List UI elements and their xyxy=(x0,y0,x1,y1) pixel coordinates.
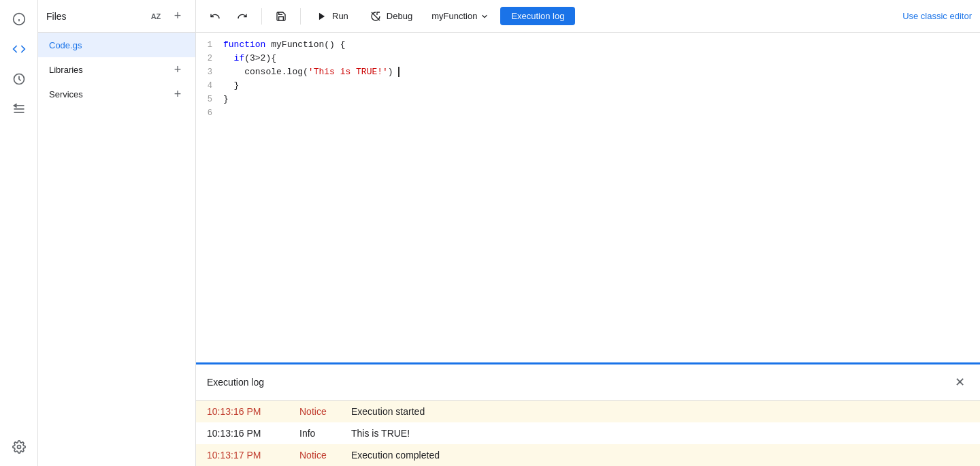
add-file-button[interactable]: + xyxy=(168,7,187,26)
redo-button[interactable] xyxy=(231,7,253,26)
log-message-1: This is TRUE! xyxy=(351,428,410,439)
file-item-label: Code.gs xyxy=(49,40,82,50)
line-content-2: if(3>2){ xyxy=(223,52,980,65)
line-num-2: 2 xyxy=(196,52,223,65)
exec-log-title: Execution log xyxy=(207,377,264,388)
log-entries: 10:13:16 PM Notice Execution started 10:… xyxy=(196,401,980,466)
add-library-button[interactable]: + xyxy=(168,60,187,79)
file-panel-actions: AZ + xyxy=(146,7,187,26)
line-num-3: 3 xyxy=(196,65,223,79)
code-line-5: 5 } xyxy=(196,93,980,106)
code-line-1: 1 function myFunction() { xyxy=(196,38,980,52)
exec-log-close-button[interactable]: ✕ xyxy=(950,373,969,392)
line-content-3: console.log('This is TRUE!') xyxy=(223,65,980,79)
toolbar: Run Debug myFunction Execution log Use c… xyxy=(196,0,980,33)
log-timestamp-2: 10:13:17 PM xyxy=(207,450,289,461)
execution-log-button[interactable]: Execution log xyxy=(500,7,575,25)
executions-icon-btn[interactable] xyxy=(5,95,33,123)
file-item-code-gs[interactable]: Code.gs xyxy=(38,33,195,57)
line-content-4: } xyxy=(223,79,980,93)
function-selector[interactable]: myFunction xyxy=(426,8,495,24)
line-num-6: 6 xyxy=(196,106,223,120)
log-row-2: 10:13:17 PM Notice Execution completed xyxy=(196,444,980,466)
line-num-4: 4 xyxy=(196,79,223,93)
classic-editor-link[interactable]: Use classic editor xyxy=(902,11,972,21)
run-label: Run xyxy=(332,11,348,21)
log-message-0: Execution started xyxy=(351,406,425,417)
file-panel: Files AZ + Code.gs Libraries + Services … xyxy=(38,0,196,466)
debug-button[interactable]: Debug xyxy=(362,7,421,26)
debug-label: Debug xyxy=(387,11,412,21)
toolbar-divider-2 xyxy=(300,8,301,25)
file-panel-header: Files AZ + xyxy=(38,0,195,33)
add-service-button[interactable]: + xyxy=(168,84,187,104)
code-lines: 1 function myFunction() { 2 if(3>2){ 3 c… xyxy=(196,33,980,125)
libraries-label: Libraries xyxy=(49,65,83,75)
code-icon-btn[interactable] xyxy=(5,35,33,63)
undo-button[interactable] xyxy=(204,7,226,26)
save-button[interactable] xyxy=(270,7,292,26)
run-button[interactable]: Run xyxy=(309,7,357,25)
log-message-2: Execution completed xyxy=(351,450,440,461)
svg-point-7 xyxy=(17,446,20,449)
function-name: myFunction xyxy=(431,11,477,21)
settings-icon-btn[interactable] xyxy=(5,433,33,461)
icon-rail xyxy=(0,0,38,466)
main-area: Run Debug myFunction Execution log Use c… xyxy=(196,0,980,466)
log-timestamp-1: 10:13:16 PM xyxy=(207,428,289,439)
log-timestamp-0: 10:13:16 PM xyxy=(207,406,289,417)
exec-log-header: Execution log ✕ xyxy=(196,364,980,401)
line-num-5: 5 xyxy=(196,93,223,106)
line-content-6 xyxy=(223,106,980,120)
line-content-5: } xyxy=(223,93,980,106)
services-label: Services xyxy=(49,89,83,99)
sort-button[interactable]: AZ xyxy=(146,7,165,26)
toolbar-divider-1 xyxy=(261,8,262,25)
code-line-3: 3 console.log('This is TRUE!') xyxy=(196,65,980,79)
log-level-1: Info xyxy=(299,428,340,439)
info-icon-btn[interactable] xyxy=(5,5,33,33)
files-title: Files xyxy=(46,11,67,22)
section-libraries[interactable]: Libraries + xyxy=(38,57,195,82)
log-level-2: Notice xyxy=(299,450,340,461)
svg-marker-8 xyxy=(319,12,325,20)
log-level-0: Notice xyxy=(299,406,340,417)
line-num-1: 1 xyxy=(196,38,223,52)
code-line-6: 6 xyxy=(196,106,980,120)
code-editor[interactable]: 1 function myFunction() { 2 if(3>2){ 3 c… xyxy=(196,33,980,362)
code-line-4: 4 } xyxy=(196,79,980,93)
execution-log-panel: Execution log ✕ 10:13:16 PM Notice Execu… xyxy=(196,362,980,466)
log-row-0: 10:13:16 PM Notice Execution started xyxy=(196,401,980,422)
clock-icon-btn[interactable] xyxy=(5,65,33,93)
code-line-2: 2 if(3>2){ xyxy=(196,52,980,65)
log-row-1: 10:13:16 PM Info This is TRUE! xyxy=(196,422,980,444)
section-services[interactable]: Services + xyxy=(38,82,195,106)
line-content-1: function myFunction() { xyxy=(223,38,980,52)
